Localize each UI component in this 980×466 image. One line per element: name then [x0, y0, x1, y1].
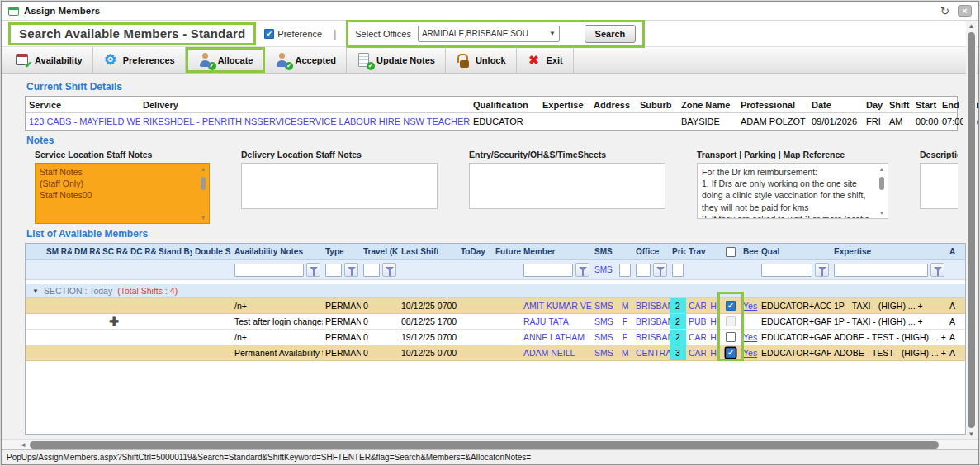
- filter-funnel-icon[interactable]: [930, 263, 944, 277]
- exit-icon: ✖: [527, 53, 542, 67]
- member-cell-member[interactable]: RAJU TATA: [521, 314, 592, 329]
- preference-toggle[interactable]: Preference: [264, 29, 322, 39]
- member-col-bee[interactable]: Bee: [741, 244, 759, 259]
- member-col-travel[interactable]: Travel (K: [361, 244, 399, 259]
- unlock-button[interactable]: Unlock: [446, 47, 517, 73]
- member-col-select-all[interactable]: [721, 244, 741, 259]
- member-col-dc[interactable]: DC R&: [128, 244, 156, 259]
- horizontal-scroll-thumb[interactable]: [30, 441, 939, 449]
- member-col-future[interactable]: Future: [493, 244, 521, 259]
- travel-filter-input[interactable]: [363, 264, 380, 277]
- bee-yes-link[interactable]: Yes: [741, 298, 759, 313]
- member-cell-member[interactable]: ANNE LATHAM: [521, 330, 592, 345]
- update-notes-button[interactable]: ✓ Update Notes: [347, 47, 446, 73]
- sms-all-link[interactable]: SMS: [594, 265, 613, 274]
- member-col-sc[interactable]: SC R&: [100, 244, 128, 259]
- member-col-double[interactable]: Double S: [192, 244, 232, 259]
- horizontal-scrollbar[interactable]: ◄: [2, 439, 978, 449]
- sms-link[interactable]: SMS: [592, 345, 617, 360]
- office-filter-input[interactable]: [636, 264, 651, 277]
- member-col-sms[interactable]: SMS: [592, 244, 617, 259]
- member-filter-input[interactable]: [523, 264, 573, 277]
- expertise-filter-input[interactable]: [834, 264, 928, 277]
- member-cell-member[interactable]: AMIT KUMAR VERMA: [521, 298, 592, 313]
- member-row-3[interactable]: Permanent Availability tesPERMANE010/12/…: [26, 345, 965, 361]
- allocate-button[interactable]: ✓ Allocate: [186, 47, 266, 73]
- scroll-down-icon[interactable]: ▼: [966, 430, 977, 438]
- refresh-icon[interactable]: ↻: [940, 6, 949, 17]
- description-capacity-notes-box[interactable]: [920, 163, 958, 209]
- shift-col-2: Qualification: [470, 100, 539, 110]
- member-col-type[interactable]: Type: [323, 244, 361, 259]
- member-col-qual[interactable]: Qual: [759, 244, 831, 259]
- exit-button[interactable]: ✖ Exit: [517, 47, 574, 73]
- delivery-location-notes-box[interactable]: [241, 163, 438, 209]
- scroll-up-icon[interactable]: ▲: [966, 22, 977, 30]
- member-col-member[interactable]: Member: [521, 244, 592, 259]
- member-col-office[interactable]: Office: [633, 244, 670, 259]
- member-col-sm[interactable]: SM R&: [44, 244, 72, 259]
- vertical-scroll-thumb[interactable]: [968, 32, 975, 428]
- member-col-last_shift[interactable]: Last Shift: [399, 244, 458, 259]
- member-col-trav[interactable]: Trav: [686, 244, 706, 259]
- accepted-button[interactable]: ✓ Accepted: [265, 47, 347, 73]
- member-select-checkbox[interactable]: [726, 332, 736, 342]
- notes-scrollbar[interactable]: ▲▼: [878, 165, 886, 216]
- filter-funnel-icon[interactable]: [382, 263, 396, 277]
- member-col-h[interactable]: [706, 244, 721, 259]
- member-row-1[interactable]: ✚Test after login changes./rPERMANE008/1…: [26, 314, 965, 330]
- member-cell-sc: [100, 345, 128, 360]
- filter-funnel-icon[interactable]: [653, 263, 667, 277]
- search-button[interactable]: Search: [585, 25, 636, 43]
- member-cell-travel: 0: [361, 330, 399, 345]
- member-col-today[interactable]: ToDay: [458, 244, 493, 259]
- member-col-last[interactable]: A: [947, 244, 966, 259]
- member-row-0[interactable]: /n+PERMANE010/12/25 0700AMIT KUMAR VERMA…: [26, 298, 965, 314]
- select-offices-dropdown[interactable]: ARMIDALE,BRISBANE SOU ▼: [418, 26, 560, 42]
- separator: |: [334, 28, 336, 40]
- member-select-checkbox[interactable]: [726, 301, 736, 311]
- member-col-expander[interactable]: [26, 244, 44, 259]
- pric-filter-input[interactable]: [672, 264, 684, 277]
- service-location-notes-box[interactable]: Staff Notes (Staff Only) Staff Notes00 ▲…: [35, 163, 210, 224]
- close-button[interactable]: ×: [958, 5, 972, 17]
- member-col-avail[interactable]: Availability Notes: [232, 244, 323, 259]
- member-cell-member[interactable]: ADAM NEILL: [521, 345, 592, 360]
- sms-link[interactable]: SMS: [592, 314, 617, 329]
- avail-filter-input[interactable]: [234, 264, 304, 277]
- scroll-left-icon[interactable]: ◄: [20, 441, 26, 449]
- member-col-expertise[interactable]: Expertise: [831, 244, 947, 259]
- collapse-icon[interactable]: ▼: [32, 288, 39, 295]
- availability-button[interactable]: Availability: [5, 47, 93, 73]
- member-select-checkbox[interactable]: [726, 348, 736, 358]
- bee-yes-link[interactable]: Yes: [741, 330, 759, 345]
- shift-cell-0[interactable]: 123 CABS - MAYFIELD WEST: [26, 116, 140, 126]
- member-cell-pric: 2: [670, 314, 686, 329]
- bee-yes-link[interactable]: Yes: [741, 345, 759, 360]
- member-col-pric[interactable]: Pric: [670, 244, 686, 259]
- member-row-2[interactable]: /n+PERMANE019/12/25 0700ANNE LATHAMSMSFB…: [26, 330, 965, 345]
- preferences-button[interactable]: ⚙ Preferences: [93, 47, 186, 73]
- qual-filter-input[interactable]: [761, 264, 812, 277]
- person-check-icon: ✓: [198, 53, 213, 67]
- select-all-checkbox[interactable]: [726, 247, 736, 257]
- notes-scrollbar[interactable]: ▲▼: [199, 165, 207, 221]
- preference-checkbox[interactable]: [264, 29, 274, 39]
- member-col-gender[interactable]: [617, 244, 633, 259]
- vertical-scrollbar[interactable]: ▲ ▼: [966, 21, 977, 439]
- filter-funnel-icon[interactable]: [815, 263, 829, 277]
- member-col-standby[interactable]: Stand By: [156, 244, 192, 259]
- filter-funnel-icon[interactable]: [575, 263, 589, 277]
- member-col-dm[interactable]: DM R&: [72, 244, 100, 259]
- filter-funnel-icon[interactable]: [344, 263, 358, 277]
- transport-parking-notes-box[interactable]: For the Dr km reimbursement: 1. If Drs a…: [697, 163, 888, 219]
- sms-link[interactable]: SMS: [592, 298, 617, 313]
- section-row[interactable]: ▼SECTION : Today(Total Shifts : 4): [26, 284, 965, 298]
- shift-cell-1[interactable]: RIKESHDEL - PENRITH NSSERVICESERVICE LAB…: [140, 116, 470, 126]
- type-filter-input[interactable]: [325, 264, 342, 277]
- filter-funnel-icon[interactable]: [306, 263, 320, 277]
- gender-filter-input[interactable]: [619, 264, 631, 277]
- add-icon[interactable]: ✚: [109, 316, 119, 327]
- sms-link[interactable]: SMS: [592, 330, 617, 345]
- entry-security-notes-box[interactable]: [469, 163, 665, 209]
